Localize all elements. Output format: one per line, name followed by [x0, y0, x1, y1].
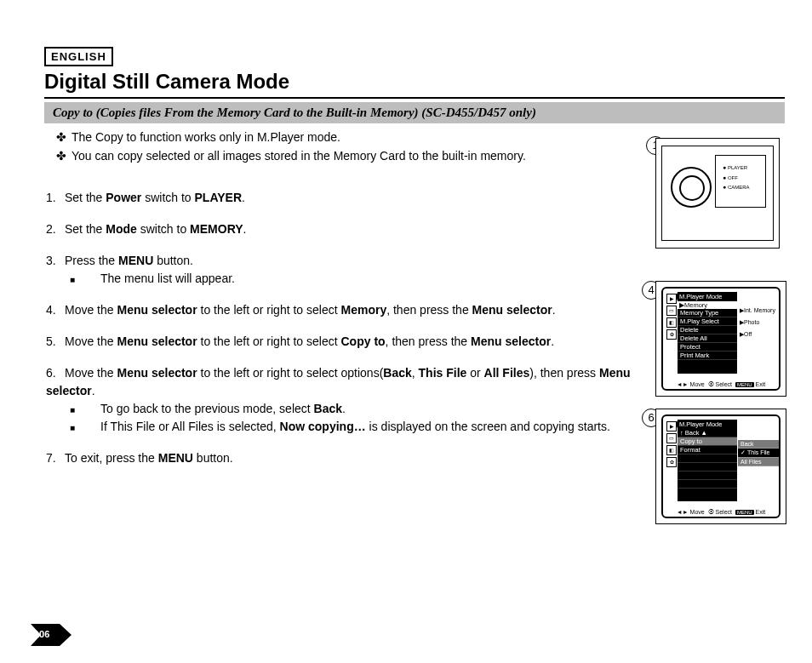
- options-popup: Back This File All Files: [738, 440, 779, 466]
- menu-item: Delete: [678, 326, 737, 334]
- mode-indicator-panel: ● PLAYER ● OFF ● CAMERA: [715, 155, 766, 208]
- screen-footer: ◄► Move ⦿ Select MENU Exit: [663, 509, 779, 515]
- figure-menu-memory: ▶ ▭ ◧ ✿ M.Player Mode ▶Memory Memory Typ…: [655, 281, 786, 397]
- play-icon: ▶: [666, 421, 677, 432]
- menu-item: Memory Type: [678, 309, 737, 317]
- menu-item-highlight: ▶Memory: [678, 301, 737, 309]
- option-back: Back: [738, 440, 779, 449]
- menu-back: ↑ Back ▲: [678, 429, 737, 437]
- section-subtitle: Copy to (Copies files From the Memory Ca…: [44, 102, 785, 123]
- option-this-file: This File: [738, 449, 779, 458]
- menu-item: Delete All: [678, 334, 737, 343]
- dial-icon: [671, 167, 712, 208]
- menu-values: ▶Int. Memory ▶Photo ▶Off: [740, 307, 775, 343]
- play-icon: ▶: [666, 294, 677, 304]
- language-label: ENGLISH: [44, 47, 113, 66]
- page-number: 106: [31, 624, 71, 646]
- intro-line: The Copy to function works only in M.Pla…: [71, 130, 340, 144]
- screen-title: M.Player Mode: [677, 420, 737, 429]
- intro-block: ✤The Copy to function works only in M.Pl…: [56, 129, 526, 166]
- tape-icon: ▭: [666, 306, 677, 316]
- page-title: Digital Still Camera Mode: [44, 70, 785, 99]
- figure-menu-copyto: ▶ ▭ ◧ ✿ M.Player Mode ↑ Back ▲ Copy to F…: [655, 409, 786, 524]
- menu-item-highlight: Copy to: [678, 437, 737, 446]
- menu-item: Format: [678, 446, 737, 454]
- steps-list: 1.Set the Power switch to PLAYER. 2.Set …: [46, 189, 633, 481]
- menu-item: Print Mark: [678, 352, 737, 360]
- option-all-files: All Files: [738, 458, 779, 466]
- menu-item: M.Play Select: [678, 317, 737, 326]
- screen-title: M.Player Mode: [677, 292, 737, 301]
- intro-line: You can copy selected or all images stor…: [71, 149, 526, 163]
- figure-power-switch: ● PLAYER ● OFF ● CAMERA: [655, 138, 780, 249]
- gear-icon: ✿: [666, 457, 677, 467]
- gear-icon: ✿: [666, 329, 677, 340]
- screen-footer: ◄► Move ⦿ Select MENU Exit: [663, 381, 779, 387]
- menu-item: Protect: [678, 343, 737, 352]
- camera-icon: ◧: [666, 317, 677, 328]
- camera-icon: ◧: [666, 445, 677, 455]
- tape-icon: ▭: [666, 433, 677, 443]
